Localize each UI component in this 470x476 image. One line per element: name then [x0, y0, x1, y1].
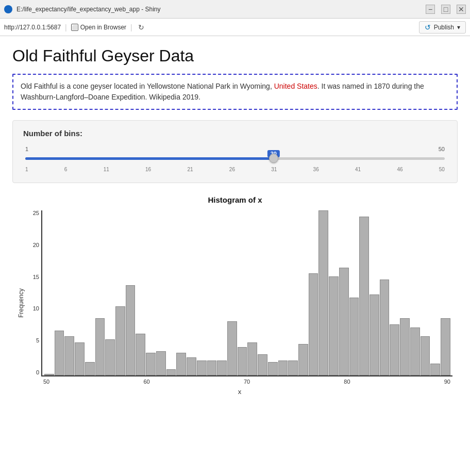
histogram-title: Histogram of x [18, 195, 452, 204]
bars-container [42, 210, 452, 375]
histogram-bar [258, 354, 267, 375]
histogram-bar [349, 298, 359, 375]
x-tick-70: 70 [244, 379, 250, 385]
histogram-bar [370, 294, 379, 375]
histogram-bar [298, 344, 308, 375]
y-axis-label: Frequency [18, 210, 25, 396]
maximize-button[interactable]: □ [441, 5, 450, 14]
publish-icon: ↺ [425, 23, 431, 31]
slider-track [25, 157, 445, 160]
slider-tick-41: 41 [355, 167, 361, 172]
slider-max-label: 50 [439, 146, 445, 152]
main-content: Old Faithful Geyser Data Old Faithful is… [0, 36, 470, 476]
publish-label: Publish [434, 24, 454, 31]
slider-tick-36: 36 [313, 167, 319, 172]
url-display: http://127.0.0.1:5687 [4, 24, 61, 31]
slider-thumb[interactable] [269, 154, 278, 163]
histogram-bar [85, 362, 95, 375]
description-box: Old Faithful is a cone geyser located in… [12, 74, 458, 110]
x-tick-90: 90 [444, 379, 450, 385]
histogram-bar [115, 306, 125, 375]
y-tick-10: 10 [27, 306, 41, 311]
histogram-bar [421, 336, 430, 375]
histogram-bar [105, 339, 115, 375]
histogram-bar [410, 327, 420, 375]
y-tick-0: 0 [27, 370, 41, 375]
chart-body: 0 5 10 15 20 25 [27, 210, 452, 376]
histogram-bar [197, 360, 207, 375]
title-bar-text: E:/life_expectancy/life_expectancy_web_a… [16, 6, 426, 13]
close-button[interactable]: ✕ [457, 5, 466, 14]
histogram-bar [44, 374, 54, 375]
histogram-bar [227, 321, 237, 375]
window-controls: − □ ✕ [426, 5, 466, 14]
slider-ticks: 1 6 11 16 21 26 31 36 41 46 50 [25, 167, 445, 172]
page-title: Old Faithful Geyser Data [12, 46, 458, 65]
slider-tick-26: 26 [229, 167, 235, 172]
x-tick-80: 80 [344, 379, 350, 385]
minimize-button[interactable]: − [426, 5, 435, 14]
slider-minmax: 1 50 [25, 146, 445, 152]
slider-tick-16: 16 [145, 167, 151, 172]
histogram-bar [156, 351, 166, 375]
histogram-bar [380, 280, 390, 375]
refresh-button[interactable]: ↻ [137, 23, 146, 32]
publish-chevron: ▾ [457, 24, 460, 31]
histogram-bar [238, 347, 247, 375]
histogram-bar [400, 318, 410, 375]
x-axis-labels: 50 60 70 80 90 [41, 376, 452, 385]
histogram-bar [75, 342, 85, 375]
histogram-bar [329, 276, 339, 375]
histogram-bar [390, 324, 399, 375]
histogram-wrapper: Frequency 0 5 10 15 20 25 [18, 210, 452, 396]
histogram-bar [146, 353, 156, 375]
open-browser-label: Open in Browser [80, 24, 126, 31]
histogram-bar [207, 360, 217, 375]
app-icon [4, 5, 12, 13]
histogram-bar [136, 334, 145, 375]
histogram-bar [176, 353, 186, 375]
chart-area: 0 5 10 15 20 25 50 60 [27, 210, 452, 396]
slider-tick-1: 1 [25, 167, 28, 172]
description-highlight: United States [274, 82, 317, 90]
histogram-bar [95, 318, 105, 375]
histogram-bar [268, 362, 278, 375]
slider-tick-6: 6 [64, 167, 68, 172]
histogram-bar [217, 360, 227, 375]
separator2: | [130, 23, 132, 31]
slider-panel: Number of bins: 1 50 30 1 6 11 [12, 120, 458, 183]
x-tick-60: 60 [143, 379, 149, 385]
histogram-bar [64, 336, 74, 375]
slider-tick-50: 50 [439, 167, 445, 172]
open-browser-icon: ⬜ [71, 24, 78, 31]
x-axis-title: x [27, 388, 452, 396]
histogram-bar [187, 357, 196, 375]
y-tick-15: 15 [27, 274, 41, 280]
histogram-bar [55, 331, 64, 375]
slider-label: Number of bins: [23, 129, 447, 138]
histogram-bar [441, 318, 450, 375]
description-text-1: Old Faithful is a cone geyser located in… [21, 82, 274, 90]
slider-container: 1 50 30 1 6 11 16 21 26 [23, 146, 447, 172]
histogram-bar [166, 369, 176, 375]
slider-tick-11: 11 [104, 167, 109, 172]
title-bar: E:/life_expectancy/life_expectancy_web_a… [0, 0, 470, 19]
histogram-bar [126, 285, 136, 375]
histogram-bar [278, 360, 288, 375]
open-in-browser-button[interactable]: ⬜ Open in Browser [71, 24, 126, 31]
slider-track-wrapper [25, 153, 445, 163]
slider-fill [25, 157, 274, 160]
histogram-bar [339, 268, 349, 375]
y-tick-20: 20 [27, 242, 41, 248]
histogram-section: Histogram of x Frequency 0 5 10 15 20 25 [12, 195, 458, 396]
y-axis: 0 5 10 15 20 25 [27, 210, 41, 375]
histogram-bar [430, 364, 440, 375]
slider-tick-46: 46 [397, 167, 402, 172]
separator: | [65, 23, 67, 31]
histogram-bar [318, 210, 328, 375]
y-tick-25: 25 [27, 210, 41, 216]
histogram-bar [288, 360, 298, 375]
histogram-bar [309, 273, 318, 375]
publish-button[interactable]: ↺ Publish ▾ [419, 21, 466, 34]
histogram-plot [41, 210, 452, 376]
